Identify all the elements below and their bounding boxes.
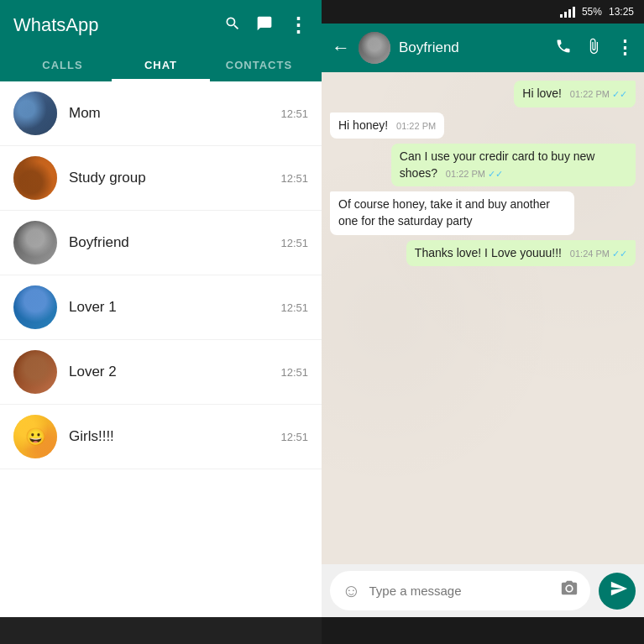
messages-area: Hi love! 01:22 PM ✓✓ Hi honey! 01:22 PM …: [322, 72, 644, 564]
message-bubble: Hi honey! 01:22 PM: [330, 113, 444, 139]
tick-icon: ✓✓: [612, 249, 627, 259]
tab-calls[interactable]: CALLS: [13, 49, 112, 81]
message-bubble: Of course honey, take it and buy another…: [330, 191, 574, 234]
message-text: Of course honey, take it and buy another…: [338, 197, 550, 228]
battery-status: 55%: [582, 6, 602, 18]
avatar: 😀: [13, 415, 57, 458]
left-header: WhatsApp ⋮ CALLS CHAT: [0, 0, 322, 81]
message-bubble: Thanks love! I Love youuu!!! 01:24 PM ✓✓: [406, 240, 636, 267]
list-item[interactable]: Lover 1 12:51: [0, 275, 322, 340]
list-item[interactable]: Study group 12:51: [0, 146, 322, 211]
chat-info: Lover 1 12:51: [69, 299, 308, 316]
bottom-bar-left: [0, 617, 322, 644]
tab-chat[interactable]: CHAT: [112, 49, 210, 81]
chat-info: Girls!!!! 12:51: [69, 428, 308, 445]
tab-contacts[interactable]: CONTACTS: [210, 49, 308, 81]
contact-name: Lover 2: [69, 364, 117, 380]
chat-header: ← Boyfriend ⋮: [322, 24, 644, 72]
chat-window: ← Boyfriend ⋮: [322, 24, 644, 617]
contact-name: Study group: [69, 170, 146, 186]
message-time: 01:22 PM ✓✓: [446, 169, 503, 179]
message-time: 01:24 PM ✓✓: [570, 249, 627, 259]
search-icon[interactable]: [224, 15, 241, 36]
compose-icon[interactable]: [256, 15, 273, 36]
chat-time: 12:51: [280, 431, 308, 443]
chat-contact-name: Boyfriend: [399, 39, 547, 56]
contact-name: Lover 1: [69, 299, 117, 316]
chat-time: 12:51: [280, 237, 308, 249]
tick-icon: ✓✓: [488, 169, 503, 179]
header-icons: ⋮: [224, 13, 308, 37]
phone-icon[interactable]: [555, 38, 572, 59]
attachment-icon[interactable]: [585, 38, 602, 59]
list-item[interactable]: Boyfriend 12:51: [0, 211, 322, 275]
message-time: 01:22 PM: [396, 121, 436, 131]
back-button[interactable]: ←: [332, 37, 350, 59]
message-text: Hi love!: [522, 86, 562, 100]
signal-icon: [560, 7, 575, 18]
right-panel: 55% 13:25 ← Boyfriend ⋮: [322, 0, 644, 644]
contact-name: Girls!!!!: [69, 428, 114, 445]
chat-list: Mom 12:51 Study group 12:51 Boyfriend 12…: [0, 81, 322, 617]
message-bubble: Can I use your credir card to buy new sh…: [391, 144, 636, 186]
message-input[interactable]: [369, 584, 552, 598]
tick-icon: ✓✓: [612, 89, 627, 99]
chat-avatar: [359, 32, 390, 64]
input-area: ☺: [322, 564, 644, 617]
left-panel: WhatsApp ⋮ CALLS CHAT: [0, 0, 322, 644]
message-text: Hi honey!: [338, 118, 388, 132]
message-time: 01:22 PM ✓✓: [570, 89, 627, 99]
contact-name: Boyfriend: [69, 234, 129, 251]
chat-info: Lover 2 12:51: [69, 364, 308, 380]
avatar: [13, 350, 57, 394]
emoji-icon[interactable]: ☺: [342, 580, 360, 602]
camera-icon[interactable]: [560, 579, 579, 602]
list-item[interactable]: 😀 Girls!!!! 12:51: [0, 405, 322, 469]
list-item[interactable]: Mom 12:51: [0, 81, 322, 146]
tabs: CALLS CHAT CONTACTS: [13, 49, 308, 81]
clock: 13:25: [609, 6, 634, 18]
status-bar: 55% 13:25: [322, 0, 644, 24]
header-top: WhatsApp ⋮: [13, 13, 308, 49]
chat-time: 12:51: [280, 107, 308, 120]
avatar: [13, 285, 57, 329]
chat-time: 12:51: [280, 172, 308, 185]
message-input-box: ☺: [330, 571, 590, 610]
bottom-bar-right: [322, 617, 644, 644]
list-item[interactable]: Lover 2 12:51: [0, 340, 322, 405]
chat-header-actions: ⋮: [555, 37, 634, 59]
message-text: Thanks love! I Love youuu!!!: [415, 246, 562, 259]
avatar: [13, 92, 57, 135]
avatar: [13, 221, 57, 264]
chat-info: Mom 12:51: [69, 105, 308, 122]
more-icon[interactable]: ⋮: [288, 13, 308, 37]
more-chat-icon[interactable]: ⋮: [615, 37, 634, 59]
chat-time: 12:51: [280, 301, 308, 314]
chat-info: Study group 12:51: [69, 170, 308, 186]
avatar: [13, 156, 57, 200]
send-button[interactable]: [599, 573, 636, 610]
chat-info: Boyfriend 12:51: [69, 234, 308, 251]
send-icon: [610, 579, 628, 602]
message-bubble: Hi love! 01:22 PM ✓✓: [514, 81, 636, 107]
chat-time: 12:51: [280, 366, 308, 379]
contact-name: Mom: [69, 105, 101, 122]
app-title: WhatsApp: [13, 14, 99, 36]
